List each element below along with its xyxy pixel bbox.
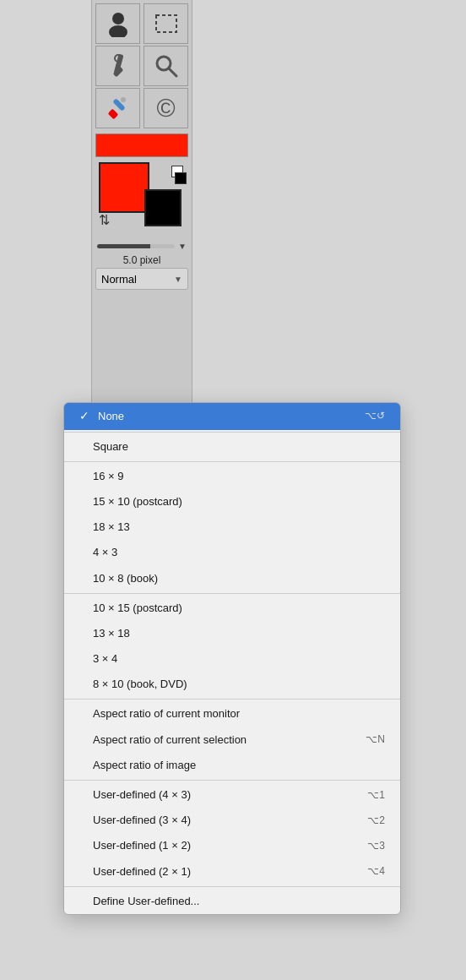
svg-line-7: [169, 68, 176, 76]
aspect-ratio-dropdown: ✓ None ⌥↺ Square 16 × 9 15 × 10 (postcar…: [63, 402, 401, 915]
separator-2: [64, 461, 400, 462]
menu-item-user-1x2[interactable]: User-defined (1 × 2) ⌥3: [64, 833, 400, 858]
brush-size-slider[interactable]: [97, 244, 175, 248]
person-icon: [105, 10, 132, 37]
foreground-color-box[interactable]: [99, 162, 149, 213]
menu-label-user-4x3: User-defined (4 × 3): [93, 787, 191, 803]
menu-label-aspect-selection: Aspect ratio of current selection: [93, 732, 247, 748]
menu-shortcut-none: ⌥↺: [365, 409, 385, 423]
menu-label-3x4: 3 × 4: [93, 651, 117, 667]
marquee-tool-button[interactable]: [144, 3, 188, 44]
menu-group-landscape: 16 × 9 15 × 10 (postcard) 18 × 13 4 × 3: [64, 464, 400, 591]
menu-item-none[interactable]: ✓ None ⌥↺: [64, 403, 400, 430]
menu-item-10x8[interactable]: 10 × 8 (book): [64, 566, 400, 591]
svg-rect-2: [156, 15, 176, 32]
menu-label-4x3: 4 × 3: [93, 545, 117, 560]
background-color-box[interactable]: [144, 189, 182, 226]
menu-group-aspect: Aspect ratio of current monitor Aspect r…: [64, 701, 400, 778]
eyedropper-tool-button[interactable]: [95, 88, 140, 128]
eyedropper-icon: [105, 95, 132, 122]
menu-label-10x15: 10 × 15 (postcard): [93, 601, 182, 616]
menu-shortcut-user-4x3: ⌥1: [367, 788, 385, 803]
menu-item-10x15[interactable]: 10 × 15 (postcard): [64, 596, 400, 621]
menu-item-15x10[interactable]: 15 × 10 (postcard): [64, 489, 400, 514]
menu-label-user-3x4: User-defined (3 × 4): [93, 813, 191, 828]
svg-rect-8: [107, 109, 118, 120]
menu-label-define-user: Define User-defined...: [93, 894, 199, 909]
menu-item-8x10[interactable]: 8 × 10 (book, DVD): [64, 672, 400, 697]
person-tool-button[interactable]: [95, 3, 140, 44]
menu-label-user-2x1: User-defined (2 × 1): [93, 864, 191, 879]
separator-1: [64, 432, 400, 433]
menu-label-8x10: 8 × 10 (book, DVD): [93, 677, 187, 692]
menu-item-user-4x3[interactable]: User-defined (4 × 3) ⌥1: [64, 782, 400, 808]
menu-item-aspect-image[interactable]: Aspect ratio of image: [64, 753, 400, 778]
menu-item-aspect-monitor[interactable]: Aspect ratio of current monitor: [64, 701, 400, 727]
menu-label-15x10: 15 × 10 (postcard): [93, 494, 182, 509]
menu-item-define-user[interactable]: Define User-defined...: [64, 889, 400, 914]
menu-item-aspect-selection[interactable]: Aspect ratio of current selection ⌥N: [64, 727, 400, 753]
menu-label-none: None: [98, 409, 124, 424]
copyright-icon: ©: [156, 95, 175, 121]
menu-label-user-1x2: User-defined (1 × 2): [93, 838, 191, 853]
foreground-color-swatch[interactable]: [95, 133, 188, 157]
separator-6: [64, 886, 400, 887]
menu-item-3x4[interactable]: 3 × 4: [64, 646, 400, 672]
menu-label-16x9: 16 × 9: [93, 469, 124, 484]
svg-point-0: [112, 13, 124, 24]
menu-shortcut-user-2x1: ⌥4: [367, 864, 385, 879]
menu-group-portrait: 10 × 15 (postcard) 13 × 18 3 × 4 8 × 10 …: [64, 596, 400, 698]
menu-label-13x18: 13 × 18: [93, 626, 130, 641]
wrench-icon: [105, 52, 132, 79]
menu-item-4x3[interactable]: 4 × 3: [64, 540, 400, 565]
menu-item-16x9[interactable]: 16 × 9: [64, 464, 400, 489]
separator-3: [64, 593, 400, 594]
brush-size-label: 5.0 pixel: [95, 254, 188, 266]
fg-bg-color-area: ⇅: [95, 162, 188, 238]
menu-shortcut-user-3x4: ⌥2: [367, 814, 385, 828]
menu-label-square: Square: [93, 439, 128, 455]
menu-item-18x13[interactable]: 18 × 13: [64, 514, 400, 540]
svg-point-1: [109, 25, 127, 37]
menu-label-18x13: 18 × 13: [93, 520, 130, 535]
menu-label-aspect-image: Aspect ratio of image: [93, 758, 196, 773]
menu-item-user-3x4[interactable]: User-defined (3 × 4) ⌥2: [64, 808, 400, 833]
menu-shortcut-aspect-selection: ⌥N: [366, 732, 385, 747]
magnifier-tool-button[interactable]: [144, 46, 188, 86]
color-swatch-area: [95, 133, 188, 161]
wrench-tool-button[interactable]: [95, 46, 140, 86]
blend-mode-label: Normal: [101, 273, 137, 286]
blend-mode-button[interactable]: Normal ▼: [95, 268, 188, 290]
swap-colors-button[interactable]: ⇅: [99, 212, 110, 228]
marquee-icon: [153, 10, 180, 37]
svg-point-10: [121, 97, 126, 102]
menu-item-user-2x1[interactable]: User-defined (2 × 1) ⌥4: [64, 859, 400, 885]
check-none: ✓: [79, 408, 93, 425]
blend-mode-arrow: ▼: [174, 275, 182, 284]
brush-size-row: ▼: [95, 240, 188, 253]
separator-5: [64, 780, 400, 781]
menu-item-13x18[interactable]: 13 × 18: [64, 621, 400, 646]
copyright-tool-button[interactable]: ©: [144, 88, 188, 128]
menu-label-10x8: 10 × 8 (book): [93, 571, 158, 586]
menu-item-square[interactable]: Square: [64, 434, 400, 460]
mini-bg-icon: [175, 172, 187, 184]
menu-label-aspect-monitor: Aspect ratio of current monitor: [93, 706, 240, 721]
separator-4: [64, 699, 400, 700]
menu-shortcut-user-1x2: ⌥3: [367, 839, 385, 853]
menu-group-user: User-defined (4 × 3) ⌥1 User-defined (3 …: [64, 782, 400, 885]
magnifier-icon: [153, 52, 180, 79]
brush-size-dropdown-arrow[interactable]: ▼: [178, 242, 187, 251]
